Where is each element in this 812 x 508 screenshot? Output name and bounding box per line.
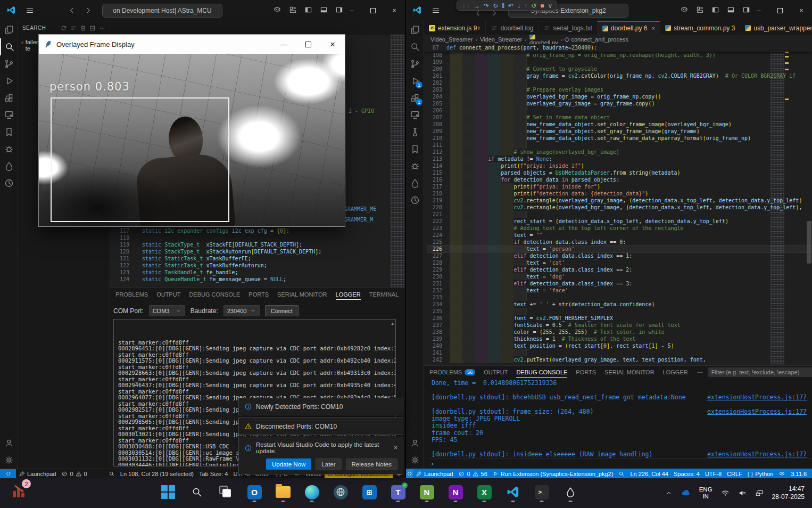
taskbar-vscode-icon[interactable] <box>502 481 524 503</box>
code-line-229[interactable]: 229 elif detection_data.class_index == 2… <box>427 266 812 273</box>
restart-frame-icon[interactable]: ↻ <box>493 2 498 10</box>
layout-grid-icon[interactable] <box>289 6 297 14</box>
code-line-219[interactable]: 219 cv2.rectangle(overlayed_gray_image, … <box>427 197 812 204</box>
sticky-scroll-line[interactable]: 87 def connect_and_process(port, baudrat… <box>424 44 812 52</box>
panel-tab-problems[interactable]: PROBLEMS <box>115 290 148 299</box>
activity-git-icon[interactable] <box>0 55 18 72</box>
code-line-123[interactable]: 123static TaskHandle_t fe_handle; <box>113 269 321 276</box>
code-line-206[interactable]: 206 <box>427 107 812 114</box>
code-line-207[interactable]: 207 # Set in frame data object <box>427 114 812 121</box>
code-line-203[interactable]: 203 # Prepare overlay images <box>427 86 812 93</box>
panel-tab-logger[interactable]: LOGGER <box>336 290 361 300</box>
panel-tab-debug-console[interactable]: DEBUG CONSOLE <box>189 290 240 299</box>
panel-tab-serial-monitor[interactable]: SERIAL MONITOR <box>604 367 654 377</box>
code-line-221[interactable]: 221 <box>427 211 812 218</box>
panel-tab-debug-console[interactable]: DEBUG CONSOLE <box>516 367 567 378</box>
copilot-icon[interactable] <box>680 5 689 14</box>
code-line-237[interactable]: 237 fontScale = 0.5 # Smaller font scale… <box>427 322 812 329</box>
step-into-icon[interactable]: ↓ <box>517 2 520 10</box>
debug-console-input[interactable]: › <box>428 458 812 468</box>
taskbar-edge-icon[interactable] <box>301 481 322 503</box>
activity-remote-icon[interactable] <box>0 106 18 124</box>
tab-doorbell-log[interactable]: doorbell.log <box>486 21 538 35</box>
copilot-status-icon[interactable] <box>776 470 788 477</box>
notifications-bell-icon[interactable] <box>809 470 812 477</box>
activity-files-icon[interactable] <box>406 21 424 38</box>
debug-console-output[interactable]: Done, time = 0.014898061752319336 [doorb… <box>432 380 807 458</box>
tray-chevron-up-icon[interactable] <box>665 489 673 497</box>
console-source-link[interactable]: extensionHostProcess.js:177 <box>707 408 807 415</box>
taskbar-drop-icon[interactable] <box>560 481 581 503</box>
panel-tab-terminal[interactable]: TERMINAL <box>369 290 399 299</box>
toast-new-ports[interactable]: Newly Detected Ports: COM10 <box>238 398 403 415</box>
tab-usb-parser-wrapper-py-2[interactable]: usb_parser_wrapper.py 2 <box>740 21 812 35</box>
code-line-200[interactable]: 200 # Convert to grayscale <box>427 65 812 72</box>
settings-gear-icon[interactable] <box>406 452 424 469</box>
code-line-220[interactable]: 220 cv2.rectangle(overlayed_bgr_image, (… <box>427 204 812 211</box>
taskbar-start-icon[interactable] <box>158 481 179 503</box>
activity-bug-icon[interactable] <box>0 141 18 158</box>
panel-tab-output[interactable]: OUTPUT <box>484 367 508 377</box>
screen-share-icon[interactable] <box>755 489 764 497</box>
notification-app-icon[interactable]: 2 <box>12 482 28 498</box>
settings-gear-icon[interactable] <box>0 452 18 469</box>
taskbar-outlook-icon[interactable]: O <box>244 481 265 503</box>
minimap[interactable] <box>391 35 404 288</box>
code-line-204[interactable]: 204 overlayed_bgr_image = orig_frame_np.… <box>427 93 812 100</box>
activity-clock-icon[interactable] <box>406 192 424 209</box>
remote-indicator[interactable] <box>406 469 413 479</box>
com-port-select[interactable]: COM3 <box>149 305 185 316</box>
right-editor[interactable]: Video_Streamer›Video_Streamer›doorbell.p… <box>424 35 812 365</box>
code-line-199[interactable]: 199 <box>427 59 812 65</box>
code-line-118[interactable]: 118 <box>113 234 321 241</box>
more-actions-icon[interactable] <box>99 25 105 31</box>
later-button[interactable]: Later <box>316 458 341 470</box>
run-extension-status[interactable]: Run Extension (Synaptics-Extension_pkg2) <box>490 471 616 477</box>
account-icon[interactable] <box>406 435 424 452</box>
code-line-240[interactable]: 240 text_position = (rect_start[0], rect… <box>427 342 812 349</box>
copilot-icon[interactable] <box>273 5 281 14</box>
tab-door-bell-readme-md[interactable]: Mdoor_bell_readme.md <box>110 21 192 35</box>
code-line-122[interactable]: 122static StaticTask_t xTaskBufferAutoru… <box>113 262 321 269</box>
code-line-238[interactable]: 238 color = (255, 255, 255) # Text color… <box>427 329 812 335</box>
panel-tab-ports[interactable]: PORTS <box>576 367 596 377</box>
problems-status[interactable]: 0 0 <box>59 471 89 477</box>
breadcrumb-item[interactable]: Video_Streamer <box>480 36 522 43</box>
toggle-sidebar-icon[interactable] <box>711 6 719 14</box>
python-version-status[interactable]: 3.11.6 <box>788 471 809 477</box>
code-line-212[interactable]: 212 # show_image(overlayed_bgr_image) <box>427 149 812 155</box>
search-term-line1[interactable]: failed <box>26 39 39 45</box>
taskbar-taskview-icon[interactable] <box>215 481 236 503</box>
pause-icon[interactable]: ‖ <box>502 2 504 10</box>
maximize-button[interactable] <box>362 0 384 21</box>
activity-debug-icon[interactable] <box>0 72 18 89</box>
code-line-223[interactable]: 223 # Adding text at the top left corner… <box>427 225 812 232</box>
code-line-205[interactable]: 205 overlayed_gray_image = gray_frame.co… <box>427 100 812 107</box>
code-line-226[interactable]: 226 text = 'person' <box>427 245 812 252</box>
toast-restart-update[interactable]: Restart Visual Studio Code to apply the … <box>238 437 403 474</box>
code-line-120[interactable]: 120static StackType_t xStackAutonrun[DEF… <box>113 248 321 255</box>
code-line-213[interactable]: 213 if metadata != None: <box>427 155 812 162</box>
account-icon[interactable] <box>0 435 18 452</box>
tab-stream-common-py-3[interactable]: stream_common.py 3 <box>660 21 740 35</box>
code-line-224[interactable]: 224 text = "" <box>427 232 812 239</box>
tab-serial-logs-txt[interactable]: serial_logs.txt <box>538 21 597 35</box>
tab--config[interactable]: .config <box>299 21 337 35</box>
onedrive-icon[interactable] <box>681 488 691 498</box>
language-status[interactable]: { }Python <box>745 471 776 477</box>
remote-indicator[interactable] <box>0 469 16 479</box>
console-source-link[interactable]: extensionHostProcess.js:177 <box>707 451 807 458</box>
breadcrumb-item[interactable]: connect_and_process <box>565 36 628 43</box>
tab-preview-door-bell-readme-md[interactable]: Preview door_bell_readme.md <box>192 21 299 35</box>
step-over-icon[interactable]: ↷ <box>484 2 489 10</box>
overlay-close-button[interactable]: ✕ <box>320 35 345 54</box>
activity-clock-icon[interactable] <box>0 175 18 192</box>
scrollbar-thumb[interactable] <box>807 221 811 264</box>
maximize-button[interactable] <box>769 0 791 21</box>
problems-status[interactable]: 0 56 <box>455 471 490 477</box>
taskbar-notepadpp-icon[interactable]: N <box>416 481 437 503</box>
release-notes-button[interactable]: Release Notes <box>346 458 397 470</box>
code-line-234[interactable]: 234 text += ' ' + str(detection_data.con… <box>427 301 812 308</box>
code-line-227[interactable]: 227 elif detection_data.class_index == 1… <box>427 252 812 259</box>
code-line-198[interactable]: 198 # orig_frame_np = orig_frame_np.resh… <box>427 52 812 59</box>
